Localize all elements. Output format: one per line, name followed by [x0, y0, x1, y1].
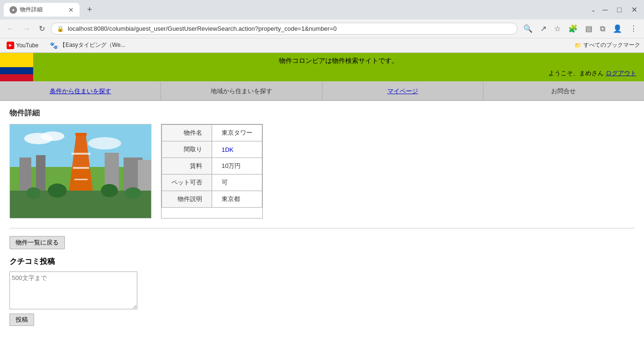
bookmark-youtube[interactable]: YouTube [4, 41, 41, 50]
page-content: 物件コロンビアは物件検索サイトです。 ようこそ、まめさん ログアウト 条件から住… [0, 53, 644, 333]
window-icon[interactable]: ⧉ [597, 23, 608, 35]
flag-red [0, 74, 33, 81]
search-icon[interactable]: 🔍 [520, 22, 536, 35]
browser-titlebar: ● 物件詳細 ✕ + ⌄ ─ □ ✕ [0, 0, 644, 19]
forward-button[interactable]: → [20, 23, 33, 35]
tab-close-button[interactable]: ✕ [68, 6, 74, 14]
field-label-name: 物件名 [162, 125, 212, 141]
bookmarks-bar: YouTube 🐾 【Easyタイピング（We... 📁 すべてのブックマーク [0, 38, 644, 52]
nav-item-mypage[interactable]: マイページ [322, 82, 483, 100]
colombia-flag [0, 53, 33, 81]
lock-icon: 🔒 [57, 26, 64, 32]
property-detail: 物件名 東京タワー 間取り 1DK 賃料 10万円 ペット可否 可 [9, 124, 635, 219]
bookmark-all-label: すべてのブックマーク [583, 41, 640, 49]
bookmark-easy-label: 【Easyタイピング（We... [60, 41, 125, 49]
address-text: localhost:8080/columbia/guest_user/Guest… [68, 25, 511, 32]
nav-item-search-by-condition[interactable]: 条件から住まいを探す [0, 82, 161, 100]
field-value-rent: 10万円 [212, 158, 262, 175]
youtube-icon [7, 42, 14, 49]
browser-chrome: ● 物件詳細 ✕ + ⌄ ─ □ ✕ ← → ↻ 🔒 localhost:808… [0, 0, 644, 53]
site-header: 物件コロンビアは物件検索サイトです。 ようこそ、まめさん ログアウト [0, 53, 644, 82]
header-content: 物件コロンビアは物件検索サイトです。 ようこそ、まめさん ログアウト [33, 53, 644, 81]
main-content: 物件詳細 [0, 101, 644, 333]
field-value-name: 東京タワー [212, 125, 262, 141]
table-row: 物件説明 東京都 [162, 191, 262, 208]
field-label-pets: ペット可否 [162, 175, 212, 191]
site-nav: 条件から住まいを探す 地域から住まいを探す マイページ お問合せ [0, 82, 644, 101]
new-tab-button[interactable]: + [83, 3, 96, 17]
divider [9, 228, 635, 228]
page-title: 物件詳細 [9, 108, 635, 118]
menu-icon[interactable]: ⋮ [627, 22, 640, 35]
bookmark-youtube-label: YouTube [16, 42, 38, 49]
share-icon[interactable]: ↗ [537, 22, 549, 35]
submit-review-button[interactable]: 投稿 [9, 314, 34, 326]
toolbar-icons: 🔍 ↗ ☆ 🧩 ▤ ⧉ 👤 ⋮ [520, 22, 640, 35]
svg-rect-14 [74, 179, 88, 180]
maximize-button[interactable]: □ [614, 5, 625, 15]
back-to-list-button[interactable]: 物件一覧に戻る [9, 236, 65, 249]
welcome-text: ようこそ、まめさん [548, 70, 604, 77]
svg-point-3 [88, 137, 121, 149]
nav-item-search-by-area: 地域から住まいを探す [161, 82, 322, 100]
table-row: 賃料 10万円 [162, 158, 262, 175]
nav-item-contact: お問合せ [483, 82, 644, 100]
svg-point-17 [101, 184, 118, 197]
field-label-rent: 賃料 [162, 158, 212, 175]
logout-link[interactable]: ログアウト [606, 70, 636, 77]
window-controls: ⌄ ─ □ ✕ [591, 4, 640, 15]
browser-toolbar: ← → ↻ 🔒 localhost:8080/columbia/guest_us… [0, 19, 644, 38]
svg-rect-13 [73, 167, 89, 169]
browser-tab[interactable]: ● 物件詳細 ✕ [4, 3, 80, 17]
property-info-table: 物件名 東京タワー 間取り 1DK 賃料 10万円 ペット可否 可 [161, 124, 262, 208]
review-textarea[interactable] [9, 271, 137, 309]
minimize-button[interactable]: ─ [599, 5, 610, 15]
back-button[interactable]: ← [4, 23, 17, 35]
svg-rect-11 [75, 133, 87, 136]
table-row: 間取り 1DK [162, 141, 262, 158]
close-button[interactable]: ✕ [628, 4, 640, 15]
field-label-layout: 間取り [162, 141, 212, 158]
field-value-layout: 1DK [212, 141, 262, 158]
svg-point-16 [48, 184, 67, 198]
window-controls-list: ⌄ [591, 7, 596, 13]
svg-point-18 [27, 187, 41, 199]
property-image-svg [10, 124, 152, 219]
bookmark-easy-typing[interactable]: 🐾 【Easyタイピング（We... [47, 40, 128, 50]
field-label-description: 物件説明 [162, 191, 212, 208]
flag-blue [0, 67, 33, 74]
table-row: 物件名 東京タワー [162, 125, 262, 141]
easy-typing-icon: 🐾 [50, 42, 58, 49]
sidebar-icon[interactable]: ▤ [582, 22, 595, 35]
header-welcome: ようこそ、まめさん ログアウト [41, 69, 636, 78]
property-image [9, 124, 152, 219]
bookmark-all-folder[interactable]: 📁 すべてのブックマーク [574, 41, 640, 49]
review-section: クチコミ投稿 投稿 [9, 257, 635, 326]
svg-rect-12 [72, 153, 90, 155]
property-info: 物件名 東京タワー 間取り 1DK 賃料 10万円 ペット可否 可 [161, 124, 263, 219]
extension-icon[interactable]: 🧩 [565, 22, 581, 35]
folder-icon: 📁 [574, 42, 581, 49]
address-bar[interactable]: 🔒 localhost:8080/columbia/guest_user/Gue… [51, 23, 518, 35]
field-value-pets: 可 [212, 175, 262, 191]
tab-favicon: ● [9, 6, 17, 14]
field-value-description: 東京都 [212, 191, 262, 208]
svg-point-19 [125, 187, 141, 199]
header-title: 物件コロンビアは物件検索サイトです。 [41, 57, 636, 65]
profile-icon[interactable]: 👤 [610, 22, 625, 35]
svg-point-2 [41, 131, 64, 141]
flag-yellow [0, 53, 33, 67]
refresh-button[interactable]: ↻ [36, 22, 48, 35]
table-row: ペット可否 可 [162, 175, 262, 191]
bookmark-icon[interactable]: ☆ [551, 22, 564, 35]
review-title: クチコミ投稿 [9, 257, 635, 267]
tab-title: 物件詳細 [20, 6, 43, 14]
